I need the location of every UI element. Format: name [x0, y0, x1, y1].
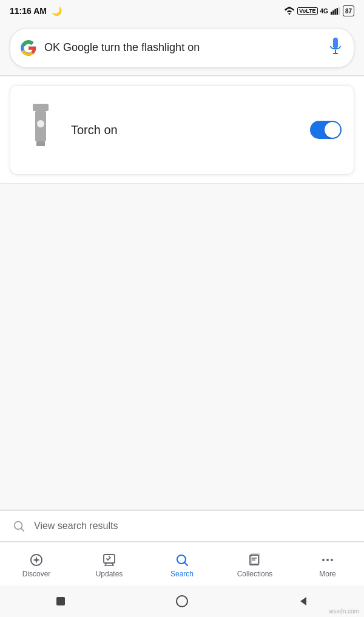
svg-point-10 — [37, 120, 44, 127]
volte-icon: VoLTE — [297, 7, 317, 15]
torch-card-container: Torch on — [0, 76, 364, 184]
nav-label-updates: Updates — [96, 570, 123, 578]
svg-rect-24 — [56, 597, 65, 605]
torch-toggle[interactable] — [310, 121, 342, 139]
search-results-bar[interactable]: View search results — [0, 510, 364, 542]
svg-rect-11 — [36, 141, 45, 146]
google-logo — [20, 39, 37, 56]
4g-icon: 4G — [320, 8, 328, 15]
svg-rect-2 — [334, 9, 335, 15]
svg-line-13 — [21, 528, 24, 531]
empty-area — [0, 184, 364, 510]
search-icon — [12, 519, 25, 533]
signal-icon — [331, 7, 340, 15]
watermark: wsxdn.com — [329, 608, 359, 615]
nav-item-more[interactable]: More — [291, 553, 364, 578]
status-icons: VoLTE 4G 87 — [284, 5, 354, 16]
torch-card: Torch on — [10, 85, 354, 175]
nav-item-collections[interactable]: Collections — [218, 553, 291, 578]
svg-marker-26 — [300, 597, 306, 605]
svg-rect-3 — [336, 8, 337, 15]
battery-level: 87 — [345, 8, 352, 15]
content-area: Torch on View search results — [0, 76, 364, 542]
home-button[interactable] — [175, 595, 189, 608]
main-layout: 11:16 AM 🌙 VoLTE 4G 87 — [0, 0, 364, 617]
svg-rect-0 — [331, 12, 332, 15]
svg-point-22 — [326, 559, 329, 561]
system-nav — [0, 585, 364, 617]
nav-label-search: Search — [170, 570, 194, 578]
search-nav-icon — [175, 553, 189, 567]
square-icon — [55, 596, 66, 607]
moon-icon: 🌙 — [52, 6, 62, 16]
search-results-text: View search results — [34, 521, 118, 531]
nav-label-collections: Collections — [237, 570, 273, 578]
status-time: 11:16 AM — [10, 6, 47, 16]
battery-icon: 87 — [343, 5, 354, 16]
nav-label-more: More — [319, 570, 335, 578]
circle-icon — [175, 595, 189, 608]
torch-label: Torch on — [71, 123, 298, 137]
torch-icon — [25, 103, 56, 157]
discover-icon — [29, 553, 44, 567]
nav-item-discover[interactable]: Discover — [0, 553, 73, 578]
svg-rect-8 — [33, 104, 49, 111]
svg-rect-5 — [333, 38, 338, 49]
svg-rect-4 — [339, 7, 340, 15]
mic-icon[interactable] — [327, 37, 344, 59]
torch-icon-wrap — [22, 103, 59, 157]
status-bar: 11:16 AM 🌙 VoLTE 4G 87 — [0, 0, 364, 22]
toggle-knob — [325, 122, 340, 138]
back-button[interactable] — [297, 595, 310, 608]
search-bar-container: OK Google turn the flashlight on — [0, 22, 364, 75]
svg-line-16 — [185, 562, 188, 565]
nav-item-search[interactable]: Search — [146, 553, 218, 578]
search-bar[interactable]: OK Google turn the flashlight on — [10, 28, 354, 68]
more-icon — [320, 553, 335, 567]
bottom-nav: Discover Updates Search — [0, 542, 364, 585]
svg-point-21 — [322, 559, 325, 561]
updates-icon — [102, 553, 116, 567]
collections-icon — [248, 553, 262, 567]
nav-label-discover: Discover — [22, 570, 51, 578]
back-icon — [298, 596, 309, 607]
search-query-text: OK Google turn the flashlight on — [44, 41, 320, 55]
svg-rect-1 — [332, 10, 334, 15]
svg-point-25 — [177, 596, 187, 607]
svg-point-23 — [331, 559, 333, 561]
recent-apps-button[interactable] — [54, 595, 67, 608]
wifi-icon — [284, 7, 295, 15]
nav-item-updates[interactable]: Updates — [73, 553, 146, 578]
